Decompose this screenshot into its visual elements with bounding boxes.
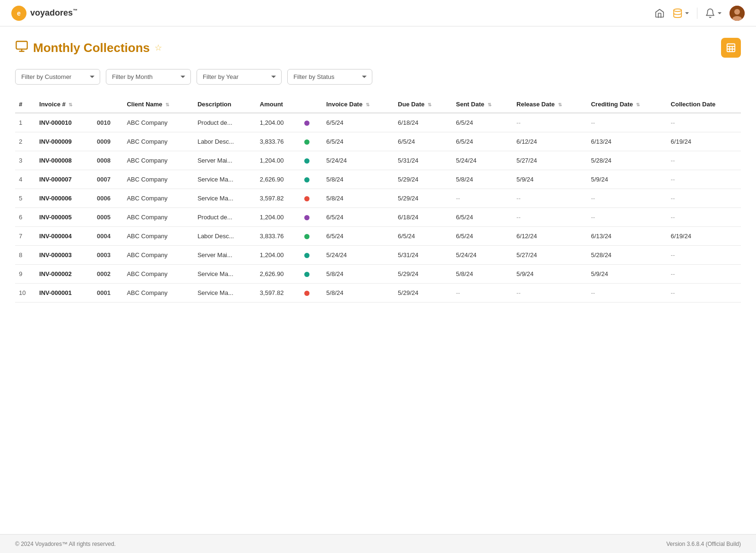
svg-point-0 xyxy=(674,9,682,11)
table-row[interactable]: 6 INV-000005 0005 ABC Company Product de… xyxy=(15,208,741,227)
cell-due-date: 5/29/24 xyxy=(394,189,452,208)
cell-invoice-date: 6/5/24 xyxy=(323,208,395,227)
table-header-row: # Invoice # ⇅ Client Name ⇅ Description … xyxy=(15,96,741,113)
col-invoice-date: Invoice Date ⇅ xyxy=(323,96,395,113)
cell-invoice-date: 6/5/24 xyxy=(323,132,395,151)
cell-crediting-date: 5/28/24 xyxy=(587,246,667,265)
home-icon[interactable] xyxy=(654,8,665,18)
table-row[interactable]: 8 INV-000003 0003 ABC Company Server Mai… xyxy=(15,246,741,265)
cell-client: ABC Company xyxy=(123,246,193,265)
cell-release-date: 5/9/24 xyxy=(513,170,587,189)
cell-client: ABC Company xyxy=(123,151,193,170)
cell-collection-date: -- xyxy=(667,113,741,132)
cell-sent-date: 6/5/24 xyxy=(452,227,513,246)
header-divider xyxy=(697,8,697,19)
filter-month[interactable]: Filter by Month xyxy=(106,69,191,85)
col-desc: Description xyxy=(194,96,256,113)
page-title-area: Monthly Collections ☆ xyxy=(15,40,162,56)
cell-desc: Server Mai... xyxy=(194,151,256,170)
cell-status-dot xyxy=(301,151,323,170)
cell-desc: Service Ma... xyxy=(194,170,256,189)
col-status-indicator xyxy=(301,96,323,113)
favorite-star-icon[interactable]: ☆ xyxy=(155,43,162,53)
svg-rect-7 xyxy=(727,44,735,52)
table-row[interactable]: 2 INV-000009 0009 ABC Company Labor Desc… xyxy=(15,132,741,151)
cell-due-date: 6/18/24 xyxy=(394,208,452,227)
filter-bar: Filter by Customer Filter by Month Filte… xyxy=(15,69,741,85)
cell-crediting-date: 5/9/24 xyxy=(587,265,667,284)
cell-desc: Service Ma... xyxy=(194,284,256,302)
main-content: Monthly Collections ☆ Filter by Customer… xyxy=(0,26,756,534)
cell-status-dot xyxy=(301,113,323,132)
filter-year[interactable]: Filter by Year xyxy=(197,69,282,85)
cell-crediting-date: 6/13/24 xyxy=(587,132,667,151)
cell-desc: Labor Desc... xyxy=(194,132,256,151)
col-due-date: Due Date ⇅ xyxy=(394,96,452,113)
cell-due-date: 5/29/24 xyxy=(394,170,452,189)
cell-amount: 1,204.00 xyxy=(256,113,301,132)
cell-collection-date: 6/19/24 xyxy=(667,227,741,246)
cell-invoice: INV-000005 xyxy=(35,208,93,227)
cell-short: 0003 xyxy=(93,246,123,265)
cell-due-date: 5/31/24 xyxy=(394,246,452,265)
table-row[interactable]: 10 INV-000001 0001 ABC Company Service M… xyxy=(15,284,741,302)
table-view-button[interactable] xyxy=(721,38,741,58)
col-release-date: Release Date ⇅ xyxy=(513,96,587,113)
app-footer: © 2024 Voyadores™ All rights reserved. V… xyxy=(0,534,756,553)
cell-desc: Product de... xyxy=(194,113,256,132)
bell-icon[interactable] xyxy=(705,8,722,18)
cell-crediting-date: -- xyxy=(587,208,667,227)
table-row[interactable]: 5 INV-000006 0006 ABC Company Service Ma… xyxy=(15,189,741,208)
app-name: voyadores™ xyxy=(30,8,77,18)
table-row[interactable]: 9 INV-000002 0002 ABC Company Service Ma… xyxy=(15,265,741,284)
filter-customer[interactable]: Filter by Customer xyxy=(15,69,100,85)
col-amount: Amount xyxy=(256,96,301,113)
cell-crediting-date: 5/28/24 xyxy=(587,151,667,170)
cell-status-dot xyxy=(301,170,323,189)
cell-client: ABC Company xyxy=(123,227,193,246)
cell-status-dot xyxy=(301,189,323,208)
app-header: e voyadores™ xyxy=(0,0,756,26)
cell-num: 1 xyxy=(15,113,35,132)
cell-invoice: INV-000003 xyxy=(35,246,93,265)
cell-sent-date: -- xyxy=(452,284,513,302)
cell-short: 0007 xyxy=(93,170,123,189)
cell-invoice-date: 5/8/24 xyxy=(323,284,395,302)
cell-num: 5 xyxy=(15,189,35,208)
cell-client: ABC Company xyxy=(123,284,193,302)
col-client: Client Name ⇅ xyxy=(123,96,193,113)
cell-release-date: -- xyxy=(513,189,587,208)
cell-release-date: 5/27/24 xyxy=(513,246,587,265)
avatar[interactable] xyxy=(730,6,745,21)
cell-invoice-date: 6/5/24 xyxy=(323,227,395,246)
cell-desc: Service Ma... xyxy=(194,189,256,208)
cell-collection-date: -- xyxy=(667,151,741,170)
cell-due-date: 5/29/24 xyxy=(394,284,452,302)
cell-collection-date: -- xyxy=(667,170,741,189)
cell-status-dot xyxy=(301,227,323,246)
cell-amount: 2,626.90 xyxy=(256,170,301,189)
cell-release-date: -- xyxy=(513,208,587,227)
table-row[interactable]: 7 INV-000004 0004 ABC Company Labor Desc… xyxy=(15,227,741,246)
table-row[interactable]: 3 INV-000008 0008 ABC Company Server Mai… xyxy=(15,151,741,170)
cell-release-date: 5/27/24 xyxy=(513,151,587,170)
cell-num: 2 xyxy=(15,132,35,151)
cell-short: 0008 xyxy=(93,151,123,170)
cell-amount: 3,833.76 xyxy=(256,227,301,246)
cell-sent-date: -- xyxy=(452,189,513,208)
filter-status[interactable]: Filter by Status xyxy=(287,69,372,85)
table-row[interactable]: 4 INV-000007 0007 ABC Company Service Ma… xyxy=(15,170,741,189)
cell-short: 0006 xyxy=(93,189,123,208)
cell-release-date: -- xyxy=(513,284,587,302)
table-row[interactable]: 1 INV-000010 0010 ABC Company Product de… xyxy=(15,113,741,132)
cell-num: 8 xyxy=(15,246,35,265)
cell-release-date: 6/12/24 xyxy=(513,132,587,151)
cell-invoice-date: 5/8/24 xyxy=(323,189,395,208)
cell-crediting-date: 6/13/24 xyxy=(587,227,667,246)
cell-short: 0005 xyxy=(93,208,123,227)
page-title: Monthly Collections xyxy=(33,41,150,55)
cell-crediting-date: -- xyxy=(587,113,667,132)
cell-crediting-date: -- xyxy=(587,284,667,302)
cell-status-dot xyxy=(301,265,323,284)
database-icon[interactable] xyxy=(672,8,689,18)
